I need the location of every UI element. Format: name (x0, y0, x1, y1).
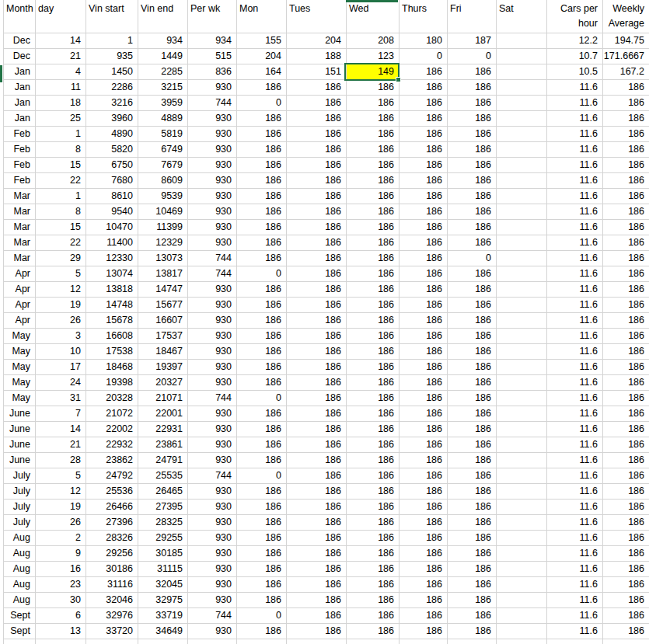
cell[interactable]: 0 (237, 266, 287, 282)
cell[interactable] (497, 142, 547, 158)
cell[interactable]: 5 (36, 468, 86, 484)
cell[interactable]: 186 (448, 453, 497, 468)
cell[interactable]: 25 (36, 111, 86, 127)
cell[interactable]: 186 (347, 344, 400, 360)
cell[interactable]: 186 (287, 158, 347, 173)
cell[interactable]: 186 (603, 96, 649, 111)
cell[interactable]: 5820 (86, 142, 138, 158)
cell[interactable]: 186 (400, 298, 448, 313)
cell[interactable]: 930 (188, 375, 237, 391)
cell[interactable]: 19398 (86, 375, 138, 391)
cell[interactable]: 11.6 (547, 515, 603, 531)
cell[interactable]: 744 (188, 468, 237, 484)
cell[interactable]: 26465 (138, 484, 188, 500)
cell[interactable]: 930 (188, 344, 237, 360)
cell[interactable]: 186 (347, 266, 400, 282)
cell[interactable]: 930 (188, 235, 237, 251)
cell[interactable] (497, 49, 547, 64)
cell[interactable]: 204 (237, 49, 287, 64)
cell[interactable]: 930 (188, 298, 237, 313)
cell[interactable]: 186 (603, 158, 649, 173)
cell[interactable]: 0 (237, 468, 287, 484)
header-cell-per-wk[interactable]: Per wk (188, 0, 237, 33)
cell[interactable]: 26 (36, 313, 86, 329)
header-cell-mon[interactable]: Mon (237, 0, 287, 33)
cell[interactable]: 186 (400, 96, 448, 111)
cell[interactable] (497, 608, 547, 624)
cell[interactable] (497, 406, 547, 422)
header-cell-vin-start[interactable]: Vin start (86, 0, 138, 33)
cell[interactable]: 930 (188, 562, 237, 577)
cell[interactable]: 2 (36, 531, 86, 546)
cell[interactable]: 836 (188, 64, 237, 80)
cell[interactable]: 186 (448, 484, 497, 500)
cell[interactable]: 2286 (86, 80, 138, 96)
cell[interactable]: 3215 (138, 80, 188, 96)
cell[interactable]: July (4, 468, 36, 484)
cell[interactable] (138, 639, 188, 644)
cell[interactable]: 11.6 (547, 531, 603, 546)
cell[interactable]: 186 (448, 235, 497, 251)
header-cell-vin-end[interactable]: Vin end (138, 0, 188, 33)
cell[interactable]: 186 (603, 468, 649, 484)
cell[interactable]: 186 (448, 360, 497, 375)
cell[interactable]: July (4, 500, 36, 515)
cell[interactable]: 186 (347, 173, 400, 189)
cell[interactable]: 186 (347, 468, 400, 484)
cell[interactable]: 186 (400, 251, 448, 266)
cell[interactable]: 11.6 (547, 608, 603, 624)
cell[interactable]: 186 (448, 173, 497, 189)
cell[interactable] (497, 189, 547, 204)
cell[interactable]: Dec (4, 33, 36, 49)
cell[interactable]: 167.2 (603, 64, 649, 80)
cell[interactable]: 32045 (138, 577, 188, 593)
cell[interactable]: 186 (400, 593, 448, 608)
cell[interactable]: Feb (4, 173, 36, 189)
cell[interactable]: 186 (603, 329, 649, 344)
cell[interactable]: 1 (86, 33, 138, 49)
cell[interactable]: 186 (400, 80, 448, 96)
cell[interactable]: 186 (400, 406, 448, 422)
cell[interactable]: 186 (287, 96, 347, 111)
cell[interactable]: 186 (237, 437, 287, 453)
cell[interactable]: 204 (287, 33, 347, 49)
cell[interactable]: 164 (237, 64, 287, 80)
cell[interactable] (497, 437, 547, 453)
cell[interactable]: 8609 (138, 173, 188, 189)
cell[interactable]: 4 (36, 64, 86, 80)
cell[interactable]: 186 (287, 313, 347, 329)
cell[interactable]: 744 (188, 96, 237, 111)
cell[interactable]: 0 (400, 49, 448, 64)
cell[interactable]: 14 (36, 33, 86, 49)
cell[interactable]: June (4, 406, 36, 422)
cell[interactable]: 3 (36, 329, 86, 344)
cell[interactable]: 186 (603, 127, 649, 142)
cell[interactable]: 0 (448, 49, 497, 64)
cell[interactable] (497, 158, 547, 173)
cell[interactable] (287, 639, 347, 644)
cell[interactable]: 186 (603, 344, 649, 360)
cell[interactable]: 744 (188, 608, 237, 624)
cell[interactable]: 186 (448, 142, 497, 158)
cell[interactable]: Jan (4, 80, 36, 96)
cell[interactable]: 11399 (138, 220, 188, 235)
cell[interactable]: 10470 (86, 220, 138, 235)
cell[interactable]: July (4, 484, 36, 500)
cell[interactable]: 930 (188, 313, 237, 329)
cell[interactable] (497, 515, 547, 531)
cell[interactable]: 25536 (86, 484, 138, 500)
cell[interactable]: 12 (36, 282, 86, 298)
cell[interactable]: 1 (36, 189, 86, 204)
cell[interactable]: 186 (287, 127, 347, 142)
cell[interactable]: 186 (603, 546, 649, 562)
cell[interactable]: 29 (36, 251, 86, 266)
cell[interactable]: 186 (287, 531, 347, 546)
cell[interactable]: 186 (347, 437, 400, 453)
header-cell-tues[interactable]: Tues (287, 0, 347, 33)
cell[interactable]: 186 (400, 531, 448, 546)
cell[interactable]: 11.6 (547, 360, 603, 375)
cell[interactable]: 25535 (138, 468, 188, 484)
cell[interactable]: 16 (36, 562, 86, 577)
cell[interactable]: 186 (603, 453, 649, 468)
cell[interactable]: 186 (237, 173, 287, 189)
